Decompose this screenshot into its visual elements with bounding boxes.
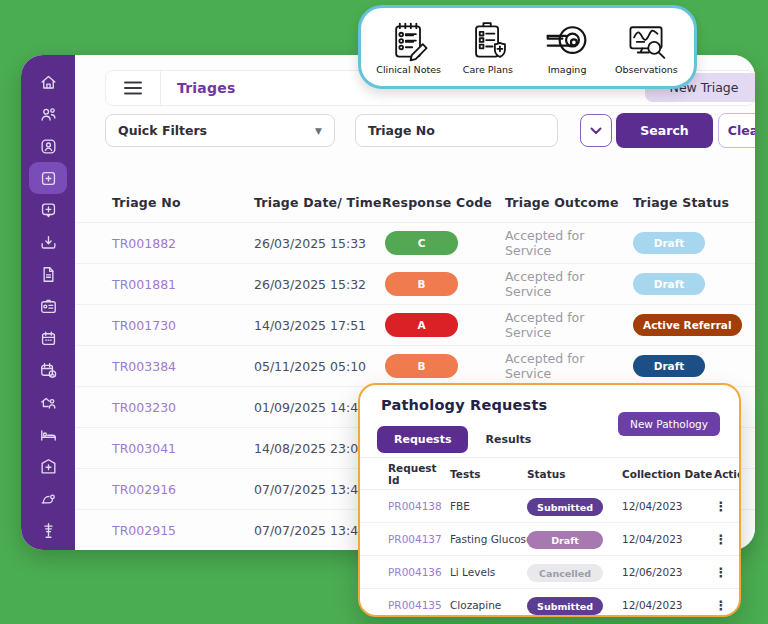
- table-row[interactable]: PR004135 Clozapine Submitted 12/04/2023 …: [360, 588, 739, 617]
- quick-access-label: Care Plans: [463, 64, 513, 75]
- triage-date: 05/11/2025 05:10: [254, 359, 382, 374]
- request-id-link[interactable]: PR004136: [388, 566, 450, 578]
- triage-add-icon: [39, 169, 58, 188]
- quick-access-label: Observations: [615, 64, 678, 75]
- request-id-link[interactable]: PR004137: [388, 533, 450, 545]
- collection-date: 12/04/2023: [622, 500, 714, 512]
- column-header-tests: Tests: [450, 468, 527, 480]
- column-header-status: Status: [527, 468, 622, 480]
- chevron-down-icon: ▼: [315, 126, 322, 136]
- sidebar-item-home[interactable]: [29, 66, 67, 98]
- triage-no-link[interactable]: TR003230: [112, 400, 254, 415]
- triage-date: 26/03/2025 15:33: [254, 236, 382, 251]
- home-icon: [39, 73, 58, 92]
- triage-no-link[interactable]: TR001881: [112, 277, 254, 292]
- quick-filters-label: Quick Filters: [118, 123, 207, 138]
- clear-button[interactable]: Clear: [718, 113, 755, 148]
- column-header-request-id: Request Id: [388, 462, 450, 486]
- triage-no-link[interactable]: TR003041: [112, 441, 254, 456]
- response-code-badge: B: [385, 354, 458, 378]
- contact-card-icon: [39, 137, 58, 156]
- table-row[interactable]: TR001882 26/03/2025 15:33 C Accepted for…: [75, 222, 755, 263]
- triage-no-link[interactable]: TR001882: [112, 236, 254, 251]
- quick-access-care-plans[interactable]: Care Plans: [448, 19, 527, 75]
- request-id-link[interactable]: PR004135: [388, 599, 450, 611]
- triage-no-link[interactable]: TR002915: [112, 523, 254, 538]
- patients-icon: [39, 105, 58, 124]
- bed-icon: [39, 425, 58, 444]
- quick-filters-dropdown[interactable]: Quick Filters ▼: [105, 114, 335, 147]
- triage-date: 26/03/2025 15:32: [254, 277, 382, 292]
- tab-results[interactable]: Results: [468, 426, 548, 453]
- id-card-icon: [39, 297, 58, 316]
- request-id-link[interactable]: PR004138: [388, 500, 450, 512]
- triage-no-link[interactable]: TR002916: [112, 482, 254, 497]
- sidebar-item-referrals[interactable]: [29, 194, 67, 226]
- sidebar-item-records[interactable]: [29, 290, 67, 322]
- test-name: FBE: [450, 500, 527, 512]
- collection-date: 12/06/2023: [622, 566, 714, 578]
- column-header-date-time: Triage Date/ Time: [254, 195, 382, 210]
- kebab-menu-icon[interactable]: ⋮: [714, 565, 728, 580]
- hamburger-button[interactable]: [106, 71, 161, 105]
- referral-add-icon: [39, 201, 58, 220]
- sidebar-item-schedule[interactable]: [29, 354, 67, 386]
- table-row[interactable]: TR003384 05/11/2025 05:10 B Accepted for…: [75, 345, 755, 386]
- page-title: Triages: [177, 80, 235, 96]
- sidebar-item-calendar[interactable]: [29, 322, 67, 354]
- column-header-triage-no: Triage No: [112, 195, 254, 210]
- care-plans-icon: [466, 19, 510, 63]
- tab-requests[interactable]: Requests: [377, 426, 468, 453]
- observations-icon: [624, 19, 668, 63]
- pathology-panel-title: Pathology Requests: [381, 397, 547, 413]
- sidebar-item-monitoring[interactable]: [29, 482, 67, 514]
- sidebar-item-patients[interactable]: [29, 98, 67, 130]
- search-button[interactable]: Search: [616, 113, 713, 148]
- pathology-table: Request Id Tests Status Collection Date …: [360, 458, 739, 617]
- status-badge: Submitted: [527, 498, 603, 516]
- kebab-menu-icon[interactable]: ⋮: [714, 532, 728, 547]
- table-row[interactable]: TR001730 14/03/2025 17:51 A Accepted for…: [75, 304, 755, 345]
- sidebar-item-hospital[interactable]: [29, 450, 67, 482]
- table-row[interactable]: PR004137 Fasting Glucose Draft 12/04/202…: [360, 522, 739, 555]
- sidebar-item-inpatient[interactable]: [29, 418, 67, 450]
- triage-no-link[interactable]: TR001730: [112, 318, 254, 333]
- triage-outcome: Accepted for Service: [505, 310, 633, 340]
- sidebar-item-intake[interactable]: [29, 226, 67, 258]
- column-header-actions: Actions: [714, 468, 741, 480]
- home-care-icon: [39, 393, 58, 412]
- sidebar-item-documents[interactable]: [29, 258, 67, 290]
- pathology-tabs: Requests Results: [377, 426, 548, 453]
- expand-search-button[interactable]: [580, 114, 612, 147]
- sidebar-item-home-care[interactable]: [29, 386, 67, 418]
- table-row[interactable]: PR004136 Li Levels Cancelled 12/06/2023 …: [360, 555, 739, 588]
- triage-outcome: Accepted for Service: [505, 351, 633, 381]
- sidebar-item-equipment[interactable]: [29, 514, 67, 546]
- table-row[interactable]: PR004138 FBE Submitted 12/04/2023 ⋮: [360, 489, 739, 522]
- triage-no-input[interactable]: Triage No: [355, 114, 558, 147]
- collection-date: 12/04/2023: [622, 599, 714, 611]
- sidebar-item-triage[interactable]: [29, 162, 67, 194]
- column-header-response-code: Response Code: [382, 195, 505, 210]
- pathology-table-header: Request Id Tests Status Collection Date …: [360, 458, 739, 489]
- triage-outcome: Accepted for Service: [505, 269, 633, 299]
- column-header-collection-date: Collection Date: [622, 468, 714, 480]
- pathology-requests-panel: Pathology Requests New Pathology Request…: [358, 383, 741, 617]
- quick-access-clinical-notes[interactable]: Clinical Notes: [369, 19, 448, 75]
- response-code-badge: A: [385, 313, 458, 337]
- quick-access-imaging[interactable]: Imaging: [528, 19, 607, 75]
- status-badge: Submitted: [527, 597, 603, 615]
- kebab-menu-icon[interactable]: ⋮: [714, 499, 728, 514]
- column-header-status: Triage Status: [633, 195, 755, 210]
- sidebar: [21, 55, 75, 550]
- new-pathology-button[interactable]: New Pathology: [618, 412, 720, 436]
- intake-tray-icon: [39, 233, 58, 252]
- triage-no-link[interactable]: TR003384: [112, 359, 254, 374]
- sidebar-item-contacts[interactable]: [29, 130, 67, 162]
- kebab-menu-icon[interactable]: ⋮: [714, 598, 728, 613]
- quick-access-observations[interactable]: Observations: [607, 19, 686, 75]
- table-row[interactable]: TR001881 26/03/2025 15:32 B Accepted for…: [75, 263, 755, 304]
- status-badge: Draft: [527, 531, 603, 549]
- doppler-icon: [39, 489, 58, 508]
- calendar-icon: [39, 329, 58, 348]
